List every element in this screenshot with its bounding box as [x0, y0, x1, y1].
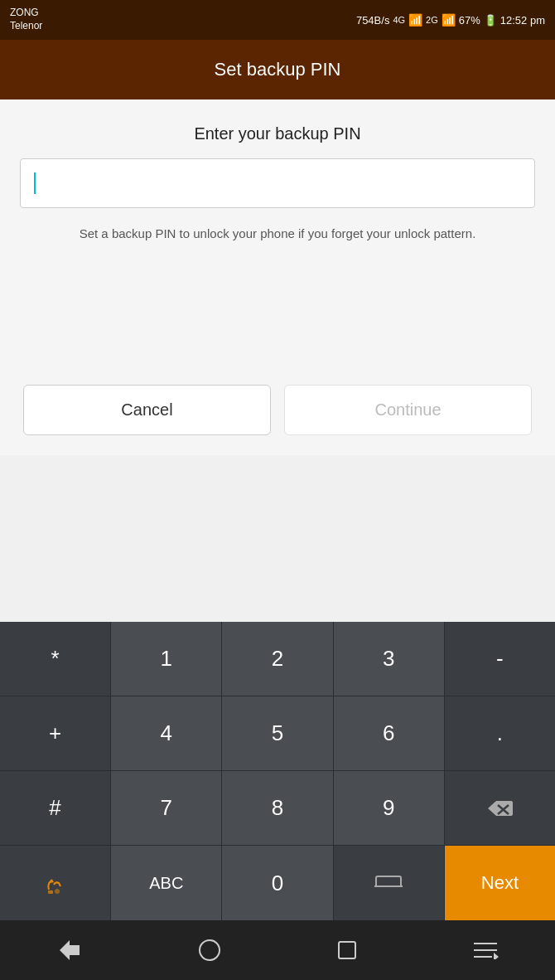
home-button[interactable] — [196, 937, 223, 963]
key-plus[interactable]: + — [0, 696, 111, 770]
key-space[interactable] — [334, 846, 445, 920]
signal-icon: 📶 — [408, 13, 422, 27]
keyboard-row-3: # 7 8 9 — [0, 771, 555, 846]
enter-pin-label: Enter your backup PIN — [20, 124, 535, 143]
key-abc[interactable]: ABC — [111, 846, 222, 920]
svg-marker-11 — [494, 953, 499, 959]
svg-point-6 — [200, 940, 220, 960]
key-4[interactable]: 4 — [111, 696, 222, 770]
key-0[interactable]: 0 — [222, 846, 333, 920]
key-minus[interactable]: - — [445, 622, 555, 696]
carrier-info: ZONG Telenor — [10, 7, 42, 32]
status-bar: ZONG Telenor 754B/s 4G 📶 2G 📶 67% 🔋 12:5… — [0, 0, 555, 40]
key-swipe[interactable] — [0, 846, 111, 920]
keyboard-row-1: * 1 2 3 - — [0, 622, 555, 696]
pin-input-field[interactable] — [20, 158, 535, 208]
clock: 12:52 pm — [500, 14, 545, 27]
battery-level: 67% — [459, 14, 480, 27]
recent-button[interactable] — [335, 939, 359, 962]
network-type1: 4G — [393, 15, 405, 25]
keyboard-row-4: ABC 0 Next — [0, 846, 555, 920]
key-9[interactable]: 9 — [334, 771, 445, 845]
app-header: Set backup PIN — [0, 40, 555, 99]
next-button[interactable]: Next — [445, 846, 555, 920]
main-content: Enter your backup PIN Set a backup PIN t… — [0, 99, 555, 455]
signal-icon2: 📶 — [442, 13, 456, 27]
action-buttons: Cancel Continue — [20, 385, 535, 435]
svg-rect-3 — [48, 890, 53, 894]
key-3[interactable]: 3 — [334, 622, 445, 696]
cancel-button[interactable]: Cancel — [23, 385, 271, 435]
keyboard-row-2: + 4 5 6 . — [0, 696, 555, 771]
key-8[interactable]: 8 — [222, 771, 333, 845]
spacer — [20, 269, 535, 385]
text-cursor — [34, 172, 36, 194]
keyboard: * 1 2 3 - + 4 5 6 . # 7 8 9 — [0, 622, 555, 920]
menu-button[interactable] — [472, 941, 499, 959]
key-5[interactable]: 5 — [222, 696, 333, 770]
svg-marker-5 — [60, 940, 80, 960]
pin-hint-text: Set a backup PIN to unlock your phone if… — [20, 225, 535, 244]
key-asterisk[interactable]: * — [0, 622, 111, 696]
page-title: Set backup PIN — [215, 59, 341, 80]
key-6[interactable]: 6 — [334, 696, 445, 770]
back-button[interactable] — [56, 937, 83, 963]
key-2[interactable]: 2 — [222, 622, 333, 696]
key-dot[interactable]: . — [445, 696, 555, 770]
key-1[interactable]: 1 — [111, 622, 222, 696]
carrier2-name: Telenor — [10, 20, 42, 33]
key-hash[interactable]: # — [0, 771, 111, 845]
status-right: 754B/s 4G 📶 2G 📶 67% 🔋 12:52 pm — [356, 13, 545, 27]
nav-bar — [0, 920, 555, 980]
svg-point-2 — [55, 889, 60, 894]
carrier1-name: ZONG — [10, 7, 42, 20]
network-speed: 754B/s — [356, 14, 389, 27]
key-7[interactable]: 7 — [111, 771, 222, 845]
svg-rect-7 — [339, 942, 355, 958]
network-type2: 2G — [426, 15, 438, 25]
key-backspace[interactable] — [445, 771, 555, 845]
battery-icon: 🔋 — [484, 14, 497, 27]
continue-button: Continue — [284, 385, 532, 435]
